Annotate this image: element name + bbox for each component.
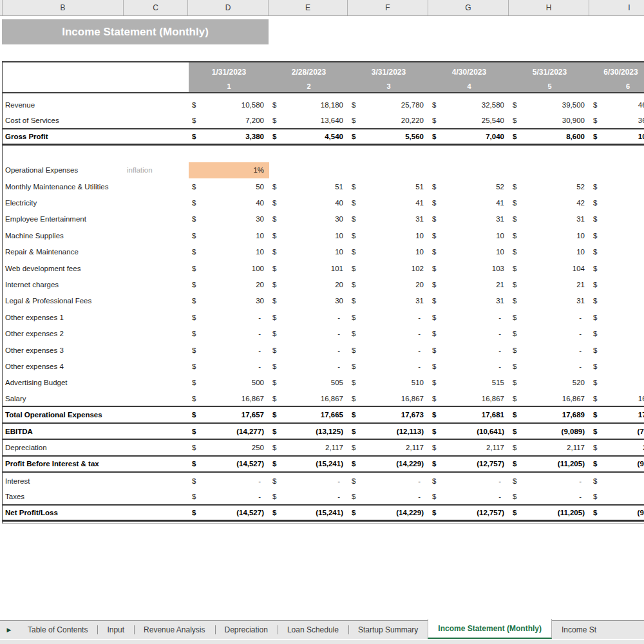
row-label-cell[interactable]: Electricity: [3, 199, 189, 207]
column-header-B[interactable]: B: [2, 0, 124, 15]
cell[interactable]: $31: [348, 211, 429, 227]
cell[interactable]: $-: [348, 325, 429, 341]
cell[interactable]: $103: [429, 260, 509, 276]
month-number-cell[interactable]: 6: [590, 82, 644, 92]
cell[interactable]: $(13,125): [269, 424, 348, 439]
sheet-title-cell[interactable]: Income Statement (Monthly): [2, 19, 269, 44]
row-label-cell[interactable]: Other expenses 2: [3, 330, 189, 337]
cell[interactable]: $25,540: [429, 113, 509, 128]
cell[interactable]: $-: [269, 325, 348, 341]
cell[interactable]: $53: [590, 178, 644, 194]
cell[interactable]: $-: [348, 473, 429, 489]
cell[interactable]: $-: [269, 473, 348, 489]
cell[interactable]: [429, 146, 509, 162]
row-label-cell[interactable]: EBITDA: [3, 428, 189, 435]
cell[interactable]: $100: [189, 260, 269, 276]
cell[interactable]: $-: [429, 358, 509, 374]
cell[interactable]: $-: [269, 358, 348, 374]
cell[interactable]: $17,689: [509, 407, 590, 422]
cell[interactable]: $-: [348, 489, 429, 504]
row-label-cell[interactable]: Salary: [3, 395, 189, 402]
row-label-cell[interactable]: Legal & Professional Fees: [3, 297, 189, 305]
cell[interactable]: $10: [429, 244, 509, 260]
cell[interactable]: $32: [590, 293, 644, 309]
cell[interactable]: $-: [269, 489, 348, 504]
inflation-note[interactable]: inflation: [127, 166, 153, 174]
column-header-G[interactable]: G: [428, 0, 509, 15]
sheet-tab-loan-schedule[interactable]: Loan Schedule: [278, 621, 348, 639]
cell[interactable]: $10: [590, 244, 644, 260]
row-label-cell[interactable]: Other expenses 3: [3, 346, 189, 354]
cell[interactable]: $-: [189, 325, 269, 341]
row-label-cell[interactable]: Repair & Maintenance: [3, 248, 189, 256]
cell[interactable]: $20: [269, 276, 348, 292]
cell[interactable]: $10: [590, 227, 644, 243]
row-label-cell[interactable]: Cost of Services: [3, 117, 189, 124]
cell[interactable]: $(14,229): [348, 506, 429, 520]
cell[interactable]: $20: [189, 276, 269, 292]
month-date-cell[interactable]: 2/28/2023: [269, 62, 348, 82]
sheet-tab-income-statement-monthly-[interactable]: Income Statement (Monthly): [428, 619, 552, 639]
cell[interactable]: $10: [189, 244, 269, 260]
cell[interactable]: $17,657: [189, 407, 269, 422]
cell[interactable]: $41: [348, 194, 429, 211]
cell[interactable]: $10: [348, 227, 429, 243]
cell[interactable]: $8,600: [509, 129, 590, 144]
cell[interactable]: $39,500: [509, 97, 590, 113]
cell[interactable]: $31: [509, 211, 590, 227]
cell[interactable]: [590, 162, 644, 178]
sheet-tab-input[interactable]: Input: [97, 621, 134, 639]
cell[interactable]: $2,117: [348, 440, 429, 455]
cell[interactable]: $16,867: [269, 391, 348, 406]
cell[interactable]: $32,580: [429, 97, 509, 113]
cell[interactable]: $526: [590, 375, 644, 391]
cell[interactable]: $-: [189, 342, 269, 358]
month-number-cell[interactable]: 1: [189, 82, 269, 92]
cell[interactable]: $7,040: [429, 129, 509, 144]
cell[interactable]: $46,420: [590, 97, 644, 113]
cell[interactable]: $-: [429, 473, 509, 489]
cell[interactable]: $-: [509, 473, 590, 489]
cell[interactable]: $4,540: [269, 129, 348, 144]
inflation-rate-cell[interactable]: 1%: [189, 162, 269, 178]
month-date-cell[interactable]: 1/31/2023: [189, 62, 269, 82]
month-number-cell[interactable]: 4: [429, 82, 509, 92]
cell[interactable]: [269, 146, 348, 162]
cell[interactable]: [509, 162, 590, 178]
cell[interactable]: $-: [348, 309, 429, 325]
row-label-cell[interactable]: Total Operational Expenses: [3, 411, 189, 419]
cell[interactable]: $-: [590, 325, 644, 341]
cell[interactable]: $30: [189, 293, 269, 309]
cell[interactable]: $500: [189, 375, 269, 391]
cell[interactable]: $3,380: [189, 129, 269, 144]
cell[interactable]: $17,673: [348, 407, 429, 422]
cell[interactable]: $5,560: [348, 129, 429, 144]
cell[interactable]: $10,580: [189, 97, 269, 113]
cell[interactable]: $520: [509, 375, 590, 391]
cell[interactable]: $31: [429, 211, 509, 227]
sheet-tab-startup-summary[interactable]: Startup Summary: [348, 621, 428, 639]
sheet-nav-next-icon[interactable]: ▶: [0, 621, 18, 639]
cell[interactable]: $10: [509, 244, 590, 260]
row-label-cell[interactable]: Machine Supplies: [3, 232, 189, 240]
row-label-cell[interactable]: Revenue: [3, 101, 189, 109]
cell[interactable]: $-: [189, 358, 269, 374]
cell[interactable]: $40: [269, 194, 348, 211]
cell[interactable]: $2,117: [429, 440, 509, 455]
cell[interactable]: $-: [429, 309, 509, 325]
cell[interactable]: $21: [509, 276, 590, 292]
cell[interactable]: $105: [590, 260, 644, 276]
month-date-cell[interactable]: 5/31/2023: [509, 62, 590, 82]
row-label-cell[interactable]: Web development fees: [3, 265, 189, 272]
month-date-cell[interactable]: 4/30/2023: [429, 62, 509, 82]
row-label-cell[interactable]: Monthly Maintenance & Utilities: [3, 183, 189, 191]
column-header-F[interactable]: F: [348, 0, 428, 15]
cell[interactable]: $10: [189, 227, 269, 243]
cell[interactable]: $52: [509, 178, 590, 194]
cell[interactable]: [269, 162, 348, 178]
cell[interactable]: $-: [509, 342, 590, 358]
cell[interactable]: $-: [590, 309, 644, 325]
cell[interactable]: $16,867: [590, 391, 644, 406]
cell[interactable]: $-: [509, 358, 590, 374]
cell[interactable]: $-: [590, 473, 644, 489]
